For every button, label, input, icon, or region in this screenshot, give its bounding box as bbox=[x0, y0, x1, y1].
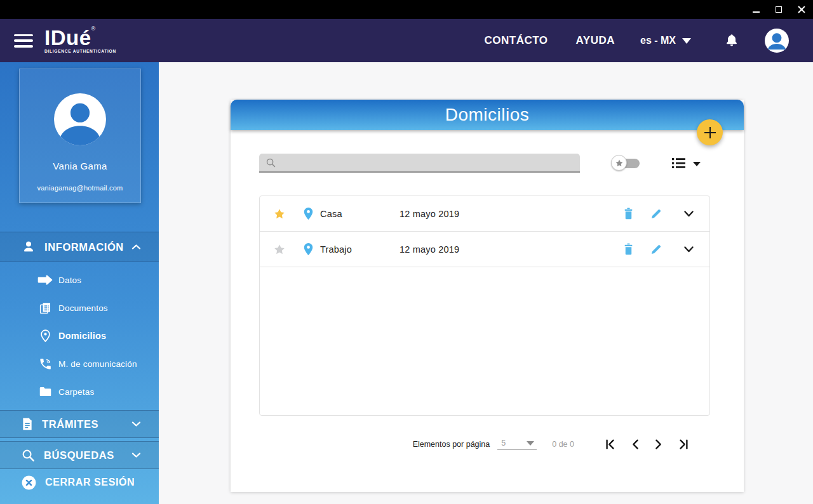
address-list: Casa 12 mayo 2019 bbox=[259, 196, 710, 416]
sidebar-item-documentos[interactable]: Documentos bbox=[0, 294, 159, 322]
search-box[interactable] bbox=[259, 154, 580, 173]
first-page-button[interactable] bbox=[605, 439, 616, 450]
toggle-knob bbox=[611, 155, 627, 171]
star-icon bbox=[615, 159, 624, 168]
location-pin-icon bbox=[37, 329, 53, 343]
close-button[interactable] bbox=[790, 0, 813, 19]
language-value: es - MX bbox=[640, 35, 676, 46]
sidebar-item-label: Datos bbox=[58, 275, 81, 285]
first-page-icon bbox=[605, 439, 616, 450]
notifications-button[interactable] bbox=[724, 32, 739, 49]
sidebar-item-label: Carpetas bbox=[58, 387, 94, 397]
logout-button[interactable]: CERRAR SESIÓN bbox=[0, 469, 159, 496]
chevron-down-icon bbox=[693, 162, 701, 166]
address-date: 12 mayo 2019 bbox=[400, 209, 459, 219]
domicilios-card: Domicilios bbox=[231, 100, 744, 492]
section-label: TRÁMITES bbox=[42, 418, 98, 430]
sidebar-section-busquedas[interactable]: BÚSQUEDAS bbox=[0, 441, 159, 469]
phone-call-icon bbox=[37, 357, 53, 371]
person-icon bbox=[54, 93, 106, 145]
contact-link[interactable]: CONTÁCTO bbox=[485, 34, 548, 47]
page-range: 0 de 0 bbox=[552, 440, 574, 449]
delete-button[interactable] bbox=[622, 242, 635, 256]
chevron-down-icon bbox=[527, 441, 534, 446]
last-page-button[interactable] bbox=[678, 439, 689, 450]
sidebar-section-informacion[interactable]: INFORMACIÓN bbox=[0, 232, 159, 262]
bell-icon bbox=[724, 32, 739, 49]
expand-row-button[interactable] bbox=[683, 246, 694, 253]
profile-name: Vania Gama bbox=[53, 161, 107, 171]
table-row[interactable]: Casa 12 mayo 2019 bbox=[260, 196, 709, 232]
list-icon bbox=[671, 156, 687, 170]
view-options-button[interactable] bbox=[671, 156, 701, 170]
sidebar-item-comunicacion[interactable]: M. de comunicación bbox=[0, 350, 159, 378]
last-page-icon bbox=[678, 439, 689, 450]
edit-button[interactable] bbox=[650, 208, 662, 220]
registered-mark: ® bbox=[91, 25, 96, 32]
address-name: Trabajo bbox=[320, 244, 400, 255]
logo-tagline: DILIGENCE AUTHENTICATION bbox=[44, 50, 116, 54]
chevron-up-icon bbox=[131, 244, 141, 250]
help-link[interactable]: AYUDA bbox=[576, 34, 615, 47]
search-input[interactable] bbox=[281, 157, 574, 168]
items-per-page-label: Elementos por página bbox=[413, 440, 490, 449]
chevron-down-icon bbox=[131, 421, 141, 427]
pencil-icon bbox=[650, 243, 662, 256]
minimize-button[interactable] bbox=[744, 0, 767, 19]
delete-button[interactable] bbox=[622, 207, 635, 220]
page-size-select[interactable]: 5 bbox=[497, 439, 537, 450]
app-logo[interactable]: IDué® DILIGENCE AUTHENTICATION bbox=[44, 27, 116, 54]
search-icon bbox=[265, 157, 276, 168]
trash-icon bbox=[622, 207, 635, 220]
folder-icon bbox=[37, 386, 53, 397]
window-titlebar bbox=[0, 0, 813, 19]
favorite-star-button[interactable] bbox=[273, 243, 286, 256]
user-avatar[interactable] bbox=[765, 29, 789, 53]
next-page-button[interactable] bbox=[654, 439, 663, 450]
language-selector[interactable]: es - MX bbox=[640, 35, 691, 46]
favorites-filter-toggle[interactable] bbox=[611, 155, 642, 171]
toolbar bbox=[259, 154, 701, 173]
previous-page-button[interactable] bbox=[631, 439, 640, 450]
search-icon bbox=[21, 448, 36, 463]
minimize-icon bbox=[753, 11, 760, 13]
close-icon bbox=[798, 6, 805, 13]
expand-row-button[interactable] bbox=[683, 210, 694, 218]
person-icon bbox=[21, 239, 36, 255]
arrow-card-icon bbox=[37, 274, 53, 286]
sidebar-item-label: M. de comunicación bbox=[58, 359, 137, 369]
favorite-star-button[interactable] bbox=[273, 208, 286, 220]
pencil-icon bbox=[650, 208, 662, 220]
chevron-down-icon bbox=[683, 246, 694, 253]
sidebar-item-datos[interactable]: Datos bbox=[0, 266, 159, 294]
documents-icon bbox=[37, 302, 53, 315]
chevron-left-icon bbox=[631, 439, 640, 450]
chevron-down-icon bbox=[682, 38, 691, 44]
edit-button[interactable] bbox=[650, 243, 662, 256]
menu-icon[interactable] bbox=[14, 34, 33, 48]
maximize-icon bbox=[776, 6, 782, 13]
pagination: Elementos por página 5 0 de 0 bbox=[413, 435, 689, 454]
sidebar: Vania Gama vaniagamag@hotmail.com INFORM… bbox=[0, 62, 159, 504]
person-icon bbox=[765, 29, 789, 53]
plus-icon bbox=[704, 127, 716, 138]
sidebar-item-label: Domicilios bbox=[58, 331, 106, 341]
sidebar-item-carpetas[interactable]: Carpetas bbox=[0, 378, 159, 406]
maximize-button[interactable] bbox=[767, 0, 790, 19]
chevron-down-icon bbox=[131, 452, 141, 458]
table-row[interactable]: Trabajo 12 mayo 2019 bbox=[260, 232, 709, 267]
app-header: IDué® DILIGENCE AUTHENTICATION CONTÁCTO … bbox=[0, 19, 813, 62]
profile-card: Vania Gama vaniagamag@hotmail.com bbox=[19, 69, 141, 203]
location-pin-icon bbox=[303, 242, 314, 256]
document-icon bbox=[21, 417, 34, 431]
add-address-button[interactable] bbox=[697, 119, 723, 145]
sidebar-item-label: Documentos bbox=[58, 303, 108, 313]
location-pin-icon bbox=[303, 206, 314, 221]
logout-label: CERRAR SESIÓN bbox=[45, 477, 135, 488]
sidebar-item-domicilios[interactable]: Domicilios bbox=[0, 322, 159, 350]
star-filled-icon bbox=[273, 243, 286, 256]
address-name: Casa bbox=[320, 209, 400, 219]
star-filled-icon bbox=[273, 208, 286, 220]
sidebar-section-tramites[interactable]: TRÁMITES bbox=[0, 410, 159, 438]
main-content: Domicilios bbox=[159, 62, 813, 504]
